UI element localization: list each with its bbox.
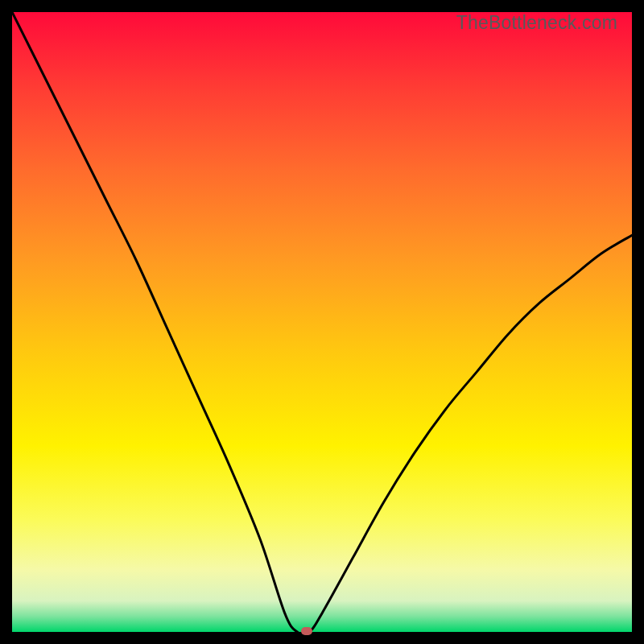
chart-frame: TheBottleneck.com xyxy=(0,0,644,644)
plot-area: TheBottleneck.com xyxy=(12,12,632,632)
optimal-point-marker xyxy=(301,627,312,635)
curve-path xyxy=(12,12,632,632)
bottleneck-curve xyxy=(12,12,632,632)
